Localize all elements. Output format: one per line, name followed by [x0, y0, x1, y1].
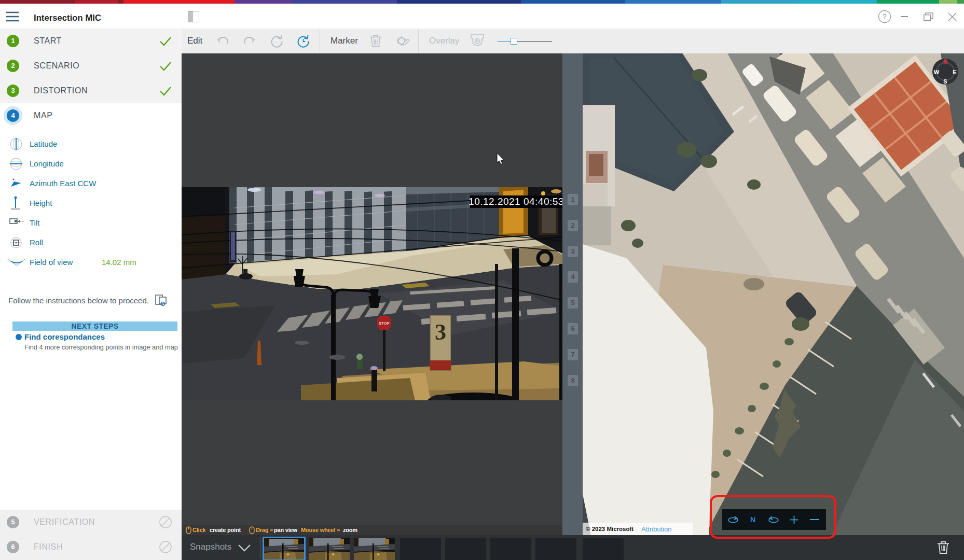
svg-text:W: W	[934, 69, 940, 75]
svg-text:E: E	[953, 69, 956, 75]
svg-text:STOP: STOP	[379, 321, 389, 326]
svg-text:?: ?	[883, 12, 887, 21]
svg-text:S: S	[943, 78, 947, 85]
svg-text:3: 3	[435, 319, 446, 345]
svg-text:10.12.2021 04:40:53: 10.12.2021 04:40:53	[469, 196, 562, 207]
svg-text:N: N	[943, 59, 947, 65]
